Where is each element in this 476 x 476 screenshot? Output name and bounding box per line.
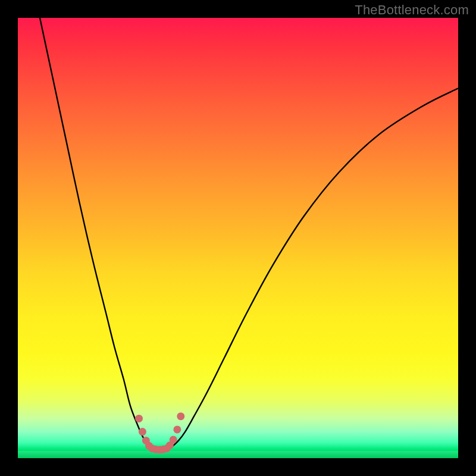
- curve-layer: [18, 18, 458, 458]
- optimal-zone-dot: [173, 425, 181, 433]
- optimal-zone-dot: [135, 415, 143, 422]
- watermark-text: TheBottleneck.com: [355, 2, 469, 18]
- left-branch-curve: [40, 18, 154, 449]
- plot-area: [18, 18, 458, 458]
- optimal-zone-markers: [135, 412, 184, 453]
- optimal-zone-dot: [170, 436, 177, 443]
- chart-frame: TheBottleneck.com: [0, 0, 476, 476]
- optimal-zone-dot: [139, 428, 146, 436]
- optimal-zone-dot: [177, 412, 184, 420]
- right-branch-curve: [168, 88, 458, 449]
